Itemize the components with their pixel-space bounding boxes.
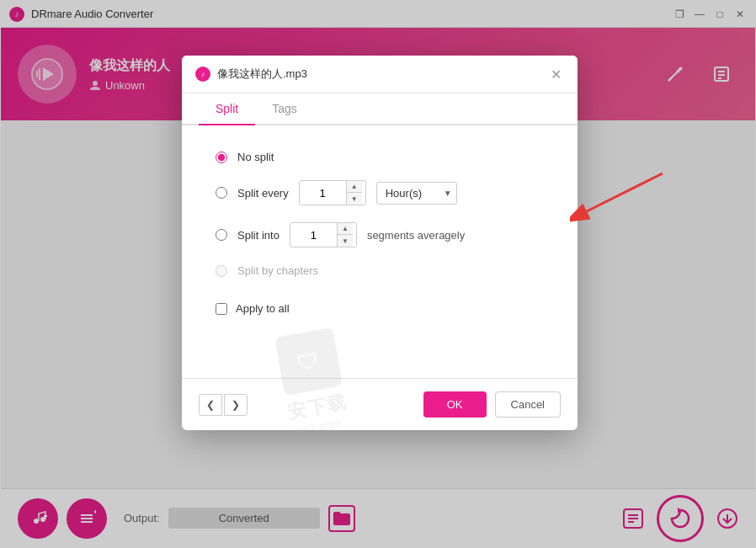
footer-action-buttons: OK Cancel [423, 391, 561, 418]
split-every-down[interactable]: ▼ [347, 193, 362, 205]
segments-text: segments averagely [367, 229, 465, 242]
split-into-input-wrapper: ▲ ▼ [290, 222, 357, 247]
nav-next-button[interactable]: ❯ [224, 394, 248, 416]
ok-button[interactable]: OK [423, 391, 487, 418]
dialog-close-button[interactable]: ✕ [547, 66, 564, 82]
nav-buttons: ❮ ❯ [199, 394, 248, 416]
tab-tags[interactable]: Tags [255, 93, 314, 125]
no-split-label: No split [237, 151, 274, 163]
split-options: No split Split every ▲ ▼ [216, 151, 544, 277]
split-chapters-radio [216, 265, 227, 277]
split-into-arrows: ▲ ▼ [337, 223, 353, 247]
apply-to-all-checkbox[interactable] [216, 303, 227, 315]
dialog-footer: ❮ ❯ OK Cancel [182, 378, 578, 430]
svg-line-26 [587, 173, 663, 211]
tab-split[interactable]: Split [199, 93, 255, 125]
split-every-up[interactable]: ▲ [347, 181, 362, 193]
dialog-title-bar: ♪ 像我这样的人.mp3 ✕ [182, 56, 578, 93]
unit-select[interactable]: Hour(s) Minute(s) Second(s) [376, 182, 457, 205]
split-dialog: ♪ 像我这样的人.mp3 ✕ Split Tags No split [182, 56, 578, 430]
no-split-radio[interactable] [216, 152, 227, 163]
split-into-label: Split into [237, 229, 280, 242]
dialog-content: No split Split every ▲ ▼ [182, 125, 578, 378]
split-into-option: Split into ▲ ▼ segments averagely [216, 222, 544, 247]
split-into-up[interactable]: ▲ [338, 223, 353, 235]
apply-to-all-label: Apply to all [236, 302, 290, 315]
split-every-arrows: ▲ ▼ [346, 181, 362, 205]
split-into-radio[interactable] [216, 229, 227, 241]
split-every-radio[interactable] [216, 187, 227, 199]
dialog-tabs: Split Tags [182, 93, 578, 125]
nav-prev-button[interactable]: ❮ [199, 394, 222, 416]
split-every-label: Split every [237, 187, 289, 200]
dialog-icon: ♪ [195, 67, 210, 82]
split-every-input-wrapper: ▲ ▼ [299, 180, 366, 205]
cancel-button[interactable]: Cancel [495, 391, 561, 418]
app-window: ♪ DRmare Audio Converter ❐ — □ ✕ 像我这样的人 [0, 0, 756, 548]
modal-overlay: ♪ 像我这样的人.mp3 ✕ Split Tags No split [1, 1, 755, 547]
split-into-value[interactable] [290, 226, 337, 245]
dialog-title: 像我这样的人.mp3 [217, 67, 540, 82]
apply-to-all-row: Apply to all [216, 302, 544, 315]
split-into-down[interactable]: ▼ [338, 235, 353, 247]
split-chapters-label: Split by chapters [237, 264, 318, 277]
red-arrow [570, 165, 671, 236]
no-split-option: No split [216, 151, 544, 163]
split-every-option: Split every ▲ ▼ Hour(s) Minute(s) [216, 180, 544, 205]
unit-select-wrapper: Hour(s) Minute(s) Second(s) ▼ [376, 182, 457, 205]
split-every-value[interactable] [300, 184, 346, 203]
split-by-chapters-option: Split by chapters [216, 264, 544, 277]
